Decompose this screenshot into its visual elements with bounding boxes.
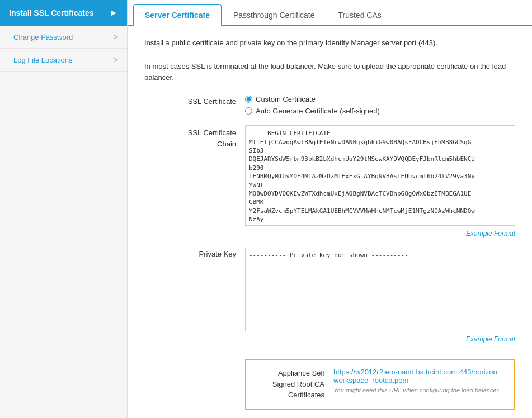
description-line2: In most cases SSL is terminated at the l… (144, 61, 515, 84)
ssl-certificate-row: SSL Certificate Custom Certificate Auto … (144, 95, 515, 115)
ssl-chain-textarea[interactable]: -----BEGIN CERTIFICATE----- MIIEIjCCAwqg… (245, 125, 515, 226)
example-format-link-2[interactable]: Example Format (245, 335, 515, 343)
ssl-chain-label: SSL Certificate Chain (144, 125, 245, 149)
radio-auto-certificate[interactable]: Auto Generate Certificate (self-signed) (245, 107, 515, 115)
ssl-certificate-label: SSL Certificate (144, 95, 245, 106)
sidebar-item-log-file-label: Log File Locations (13, 56, 73, 64)
appliance-row: Appliance SelfSigned Root CACertificates… (144, 353, 515, 410)
private-key-label: Private Key (144, 248, 245, 258)
chevron-right-icon-2: > (114, 32, 118, 41)
ssl-certificate-options: Custom Certificate Auto Generate Certifi… (245, 95, 515, 115)
sidebar: Install SSL Certificates ► Change Passwo… (0, 0, 128, 418)
appliance-hint: You might need this URL when configuring… (333, 387, 505, 393)
radio-custom-label: Custom Certificate (256, 95, 316, 103)
appliance-url-link[interactable]: https://w2012r2tem-nand.hs.trcint.com:44… (333, 368, 501, 384)
ssl-chain-row: SSL Certificate Chain -----BEGIN CERTIFI… (144, 125, 515, 238)
tab-bar: Server Certificate Passthrough Certifica… (128, 0, 532, 26)
radio-group: Custom Certificate Auto Generate Certifi… (245, 95, 515, 115)
appliance-label: Appliance SelfSigned Root CACertificates (255, 368, 333, 401)
private-key-row: Private Key ---------- Private key not s… (144, 248, 515, 343)
private-key-control: ---------- Private key not shown -------… (245, 248, 515, 343)
appliance-content-outer: Appliance SelfSigned Root CACertificates… (245, 353, 515, 410)
tab-trusted-cas[interactable]: Trusted CAs (326, 4, 393, 26)
chevron-right-icon: ► (109, 8, 118, 18)
appliance-box: Appliance SelfSigned Root CACertificates… (245, 359, 515, 410)
tab-passthrough-certificate[interactable]: Passthrough Certificate (222, 4, 327, 26)
main-content: Server Certificate Passthrough Certifica… (128, 0, 532, 418)
sidebar-item-install-ssl-label: Install SSL Certificates (9, 8, 93, 17)
sidebar-item-change-password-label: Change Password (13, 33, 73, 41)
appliance-content-inner: https://w2012r2tem-nand.hs.trcint.com:44… (333, 368, 505, 393)
radio-auto-label: Auto Generate Certificate (self-signed) (256, 107, 380, 115)
ssl-chain-control: -----BEGIN CERTIFICATE----- MIIEIjCCAwqg… (245, 125, 515, 238)
sidebar-item-log-file[interactable]: Log File Locations > (0, 49, 127, 72)
description-line1: Install a public certificate and private… (144, 37, 515, 49)
radio-custom-input[interactable] (245, 96, 252, 103)
description-block: Install a public certificate and private… (144, 37, 515, 84)
chevron-right-icon-3: > (114, 55, 118, 64)
appliance-spacer (144, 353, 245, 355)
example-format-link-1[interactable]: Example Format (245, 230, 515, 238)
tab-server-certificate[interactable]: Server Certificate (133, 4, 222, 26)
private-key-textarea[interactable]: ---------- Private key not shown -------… (245, 248, 515, 331)
sidebar-item-install-ssl[interactable]: Install SSL Certificates ► (0, 0, 127, 26)
radio-custom-certificate[interactable]: Custom Certificate (245, 95, 515, 103)
content-area: Install a public certificate and private… (128, 26, 532, 418)
sidebar-item-change-password[interactable]: Change Password > (0, 26, 127, 49)
radio-auto-input[interactable] (245, 107, 252, 115)
